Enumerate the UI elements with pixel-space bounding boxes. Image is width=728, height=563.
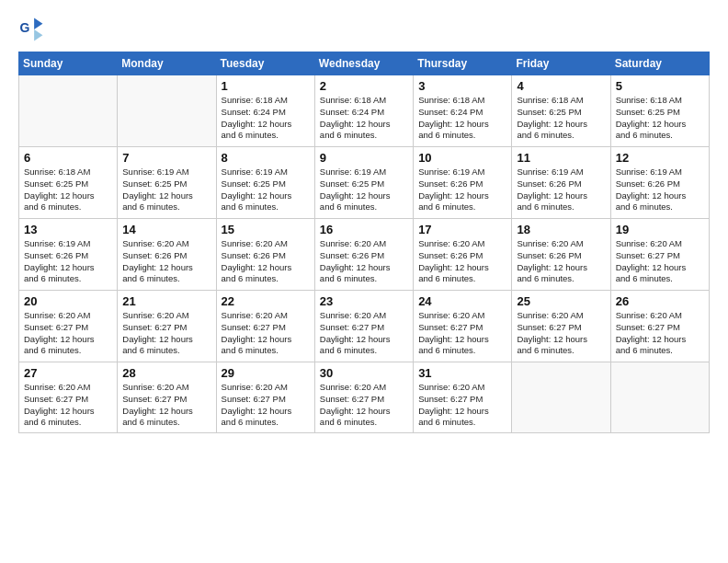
- calendar-cell: 16Sunrise: 6:20 AM Sunset: 6:26 PM Dayli…: [314, 219, 413, 291]
- calendar-cell: 8Sunrise: 6:19 AM Sunset: 6:25 PM Daylig…: [216, 147, 314, 219]
- day-number: 8: [222, 151, 310, 165]
- cell-detail: Sunrise: 6:20 AM Sunset: 6:27 PM Dayligh…: [616, 310, 704, 357]
- day-number: 10: [418, 151, 506, 165]
- day-number: 16: [320, 223, 408, 236]
- day-number: 13: [24, 223, 112, 236]
- day-number: 6: [24, 151, 112, 165]
- cell-detail: Sunrise: 6:20 AM Sunset: 6:27 PM Dayligh…: [222, 382, 310, 429]
- day-number: 31: [418, 366, 506, 380]
- cell-detail: Sunrise: 6:19 AM Sunset: 6:26 PM Dayligh…: [616, 167, 704, 213]
- day-number: 21: [122, 294, 210, 308]
- calendar-cell: 29Sunrise: 6:20 AM Sunset: 6:27 PM Dayli…: [216, 362, 314, 433]
- calendar-cell: [118, 75, 216, 147]
- cell-detail: Sunrise: 6:20 AM Sunset: 6:26 PM Dayligh…: [222, 238, 310, 285]
- cell-detail: Sunrise: 6:20 AM Sunset: 6:27 PM Dayligh…: [24, 310, 112, 357]
- calendar-cell: 3Sunrise: 6:18 AM Sunset: 6:24 PM Daylig…: [414, 75, 512, 147]
- weekday-header-tuesday: Tuesday: [216, 52, 314, 75]
- calendar-cell: 13Sunrise: 6:19 AM Sunset: 6:26 PM Dayli…: [19, 219, 118, 291]
- page: G SundayMondayTuesdayWednesdayThursdayFr…: [0, 0, 728, 563]
- day-number: 15: [222, 223, 310, 236]
- calendar-cell: 18Sunrise: 6:20 AM Sunset: 6:26 PM Dayli…: [512, 219, 610, 291]
- logo: G: [18, 17, 48, 42]
- cell-detail: Sunrise: 6:18 AM Sunset: 6:25 PM Dayligh…: [24, 167, 112, 213]
- calendar-cell: [512, 362, 610, 433]
- day-number: 9: [320, 151, 408, 165]
- calendar-cell: 12Sunrise: 6:19 AM Sunset: 6:26 PM Dayli…: [610, 147, 709, 219]
- calendar-cell: 7Sunrise: 6:19 AM Sunset: 6:25 PM Daylig…: [118, 147, 216, 219]
- day-number: 7: [122, 151, 210, 165]
- weekday-header-saturday: Saturday: [610, 52, 709, 75]
- calendar-cell: 28Sunrise: 6:20 AM Sunset: 6:27 PM Dayli…: [118, 362, 216, 433]
- logo-icon: G: [18, 17, 44, 42]
- calendar-cell: 26Sunrise: 6:20 AM Sunset: 6:27 PM Dayli…: [610, 291, 709, 362]
- cell-detail: Sunrise: 6:19 AM Sunset: 6:25 PM Dayligh…: [122, 167, 210, 213]
- weekday-header-row: SundayMondayTuesdayWednesdayThursdayFrid…: [19, 52, 710, 75]
- calendar-cell: 11Sunrise: 6:19 AM Sunset: 6:26 PM Dayli…: [512, 147, 610, 219]
- calendar-cell: 15Sunrise: 6:20 AM Sunset: 6:26 PM Dayli…: [216, 219, 314, 291]
- weekday-header-thursday: Thursday: [414, 52, 512, 75]
- calendar-cell: 19Sunrise: 6:20 AM Sunset: 6:27 PM Dayli…: [610, 219, 709, 291]
- cell-detail: Sunrise: 6:20 AM Sunset: 6:27 PM Dayligh…: [122, 382, 210, 429]
- day-number: 17: [418, 223, 506, 236]
- day-number: 22: [222, 294, 310, 308]
- cell-detail: Sunrise: 6:20 AM Sunset: 6:27 PM Dayligh…: [616, 238, 704, 285]
- day-number: 3: [418, 79, 506, 93]
- cell-detail: Sunrise: 6:19 AM Sunset: 6:25 PM Dayligh…: [222, 167, 310, 213]
- cell-detail: Sunrise: 6:18 AM Sunset: 6:24 PM Dayligh…: [320, 95, 408, 142]
- weekday-header-friday: Friday: [512, 52, 610, 75]
- weekday-header-monday: Monday: [118, 52, 216, 75]
- cell-detail: Sunrise: 6:20 AM Sunset: 6:27 PM Dayligh…: [320, 382, 408, 429]
- calendar-cell: 9Sunrise: 6:19 AM Sunset: 6:25 PM Daylig…: [314, 147, 413, 219]
- cell-detail: Sunrise: 6:18 AM Sunset: 6:24 PM Dayligh…: [418, 95, 506, 142]
- cell-detail: Sunrise: 6:20 AM Sunset: 6:27 PM Dayligh…: [320, 310, 408, 357]
- calendar-cell: 25Sunrise: 6:20 AM Sunset: 6:27 PM Dayli…: [512, 291, 610, 362]
- day-number: 14: [122, 223, 210, 236]
- calendar-cell: 31Sunrise: 6:20 AM Sunset: 6:27 PM Dayli…: [414, 362, 512, 433]
- day-number: 23: [320, 294, 408, 308]
- calendar-cell: 17Sunrise: 6:20 AM Sunset: 6:26 PM Dayli…: [414, 219, 512, 291]
- calendar-cell: [19, 75, 118, 147]
- day-number: 2: [320, 79, 408, 93]
- week-row-4: 27Sunrise: 6:20 AM Sunset: 6:27 PM Dayli…: [19, 362, 710, 433]
- calendar-table: SundayMondayTuesdayWednesdayThursdayFrid…: [18, 52, 710, 433]
- cell-detail: Sunrise: 6:20 AM Sunset: 6:26 PM Dayligh…: [418, 238, 506, 285]
- cell-detail: Sunrise: 6:20 AM Sunset: 6:27 PM Dayligh…: [517, 310, 605, 357]
- cell-detail: Sunrise: 6:19 AM Sunset: 6:26 PM Dayligh…: [517, 167, 605, 213]
- cell-detail: Sunrise: 6:20 AM Sunset: 6:26 PM Dayligh…: [320, 238, 408, 285]
- header: G: [18, 17, 710, 42]
- day-number: 26: [616, 294, 704, 308]
- cell-detail: Sunrise: 6:20 AM Sunset: 6:26 PM Dayligh…: [517, 238, 605, 285]
- day-number: 12: [616, 151, 704, 165]
- cell-detail: Sunrise: 6:19 AM Sunset: 6:26 PM Dayligh…: [418, 167, 506, 213]
- cell-detail: Sunrise: 6:20 AM Sunset: 6:27 PM Dayligh…: [122, 310, 210, 357]
- week-row-3: 20Sunrise: 6:20 AM Sunset: 6:27 PM Dayli…: [19, 291, 710, 362]
- day-number: 18: [517, 223, 605, 236]
- cell-detail: Sunrise: 6:20 AM Sunset: 6:26 PM Dayligh…: [122, 238, 210, 285]
- calendar-cell: 30Sunrise: 6:20 AM Sunset: 6:27 PM Dayli…: [314, 362, 413, 433]
- calendar-cell: 10Sunrise: 6:19 AM Sunset: 6:26 PM Dayli…: [414, 147, 512, 219]
- calendar-cell: 1Sunrise: 6:18 AM Sunset: 6:24 PM Daylig…: [216, 75, 314, 147]
- calendar-cell: 14Sunrise: 6:20 AM Sunset: 6:26 PM Dayli…: [118, 219, 216, 291]
- cell-detail: Sunrise: 6:20 AM Sunset: 6:27 PM Dayligh…: [418, 382, 506, 429]
- cell-detail: Sunrise: 6:19 AM Sunset: 6:26 PM Dayligh…: [24, 238, 112, 285]
- calendar-cell: 2Sunrise: 6:18 AM Sunset: 6:24 PM Daylig…: [314, 75, 413, 147]
- calendar-cell: 21Sunrise: 6:20 AM Sunset: 6:27 PM Dayli…: [118, 291, 216, 362]
- cell-detail: Sunrise: 6:20 AM Sunset: 6:27 PM Dayligh…: [24, 382, 112, 429]
- day-number: 24: [418, 294, 506, 308]
- day-number: 25: [517, 294, 605, 308]
- weekday-header-wednesday: Wednesday: [314, 52, 413, 75]
- cell-detail: Sunrise: 6:20 AM Sunset: 6:27 PM Dayligh…: [418, 310, 506, 357]
- week-row-2: 13Sunrise: 6:19 AM Sunset: 6:26 PM Dayli…: [19, 219, 710, 291]
- cell-detail: Sunrise: 6:18 AM Sunset: 6:24 PM Dayligh…: [222, 95, 310, 142]
- day-number: 4: [517, 79, 605, 93]
- calendar-cell: 22Sunrise: 6:20 AM Sunset: 6:27 PM Dayli…: [216, 291, 314, 362]
- calendar-cell: 6Sunrise: 6:18 AM Sunset: 6:25 PM Daylig…: [19, 147, 118, 219]
- day-number: 11: [517, 151, 605, 165]
- svg-text:G: G: [20, 20, 30, 35]
- week-row-0: 1Sunrise: 6:18 AM Sunset: 6:24 PM Daylig…: [19, 75, 710, 147]
- calendar-cell: [610, 362, 709, 433]
- calendar-cell: 5Sunrise: 6:18 AM Sunset: 6:25 PM Daylig…: [610, 75, 709, 147]
- day-number: 5: [616, 79, 704, 93]
- calendar-cell: 24Sunrise: 6:20 AM Sunset: 6:27 PM Dayli…: [414, 291, 512, 362]
- day-number: 1: [222, 79, 310, 93]
